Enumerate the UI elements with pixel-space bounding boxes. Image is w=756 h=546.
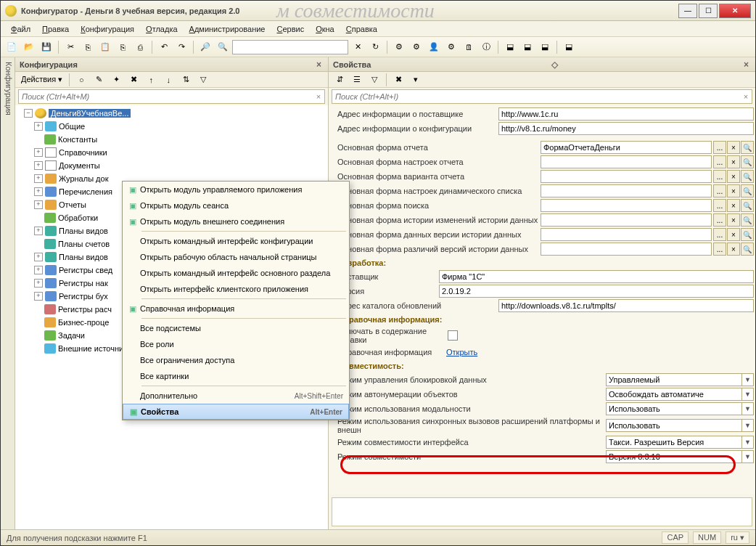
props-search-input[interactable] [332,92,740,101]
sort-icon[interactable]: ⇅ [178,72,194,88]
sort-alpha-icon[interactable]: ⇵ [332,72,348,88]
tree-item-6[interactable]: Отчеты [59,200,86,209]
main-dynlist-form-clear-button[interactable]: × [727,184,740,197]
status-lang[interactable]: ru ▾ [726,531,749,544]
delete-icon[interactable]: ✖ [126,72,141,88]
supplier-input[interactable]: Фирма "1С" [439,270,754,283]
ctx-item-1[interactable]: ▣Открыть модуль сеанса [123,197,349,213]
tree-expand-icon[interactable]: + [34,227,43,235]
main-dynlist-form-choose-button[interactable]: ... [713,184,726,197]
tree-item-5[interactable]: Перечисления [59,187,112,196]
main-histver-form-clear-button[interactable]: × [727,228,740,241]
tree-item-14[interactable]: Регистры расч [58,305,112,314]
main-variant-form-clear-button[interactable]: × [727,170,740,183]
copy2-icon[interactable]: ⎘ [115,39,131,55]
config-search[interactable]: × [18,89,325,104]
ctx-item-5[interactable]: Открыть рабочую область начальной страни… [123,249,349,265]
help-icon[interactable]: ⓘ [478,39,494,55]
help-open-link[interactable]: Открыть [446,348,477,356]
side-tab-config[interactable]: Конфигурация [1,57,15,529]
tree-item-7[interactable]: Обработки [58,213,98,222]
main-variant-form-open-button[interactable]: 🔍 [741,170,754,183]
wand-icon[interactable]: ✦ [108,72,124,88]
main-report-form-choose-button[interactable]: ... [713,141,726,154]
config-info-addr-input[interactable]: http://v8.1c.ru/money [498,122,754,135]
main-settings-form-input[interactable] [541,155,712,168]
props-pane-close-icon[interactable]: × [741,60,751,70]
filter-icon[interactable]: ▽ [195,72,211,88]
main-histchg-form-clear-button[interactable]: × [727,213,740,227]
props-pane-pin-icon[interactable]: ◇ [549,60,560,70]
ui-compat-combo[interactable]: Такси. Разрешить Версия▼ [606,436,754,449]
tree-collapse-icon[interactable]: − [24,109,33,118]
menu-сервис[interactable]: Сервис [272,23,308,35]
main-histdiff-form-input[interactable] [541,243,712,256]
undo-icon[interactable]: ↶ [156,39,172,55]
tree-expand-icon[interactable]: + [34,122,43,131]
main-report-form-open-button[interactable]: 🔍 [741,141,754,154]
main-dynlist-form-open-button[interactable]: 🔍 [741,184,754,197]
tree-expand-icon[interactable]: + [34,292,43,301]
save-icon[interactable]: 💾 [38,39,54,55]
redo-icon[interactable]: ↷ [173,39,189,55]
compat-dropdown-icon[interactable]: ▼ [741,451,753,463]
cut-icon[interactable]: ✂ [62,39,78,55]
ctx-item-13[interactable]: Все ограничения доступа [123,352,349,368]
ui-compat-dropdown-icon[interactable]: ▼ [741,436,753,448]
ctx-item-4[interactable]: Открыть командный интерфейс конфигурации [123,233,349,249]
main-histchg-form-input[interactable] [541,213,712,227]
ctx-item-16[interactable]: ДополнительноAlt+Shift+Enter [123,388,349,404]
tree-expand-icon[interactable]: + [34,187,43,196]
tree-item-12[interactable]: Регистры нак [59,279,108,288]
config-search-input[interactable] [19,92,313,101]
version-input[interactable]: 2.0.19.2 [439,285,754,298]
close-button[interactable]: ✕ [719,4,751,18]
tree-item-3[interactable]: Документы [59,161,100,170]
props-search[interactable]: × [332,89,752,104]
copy-icon[interactable]: ⎘ [80,39,96,55]
tree-expand-icon[interactable]: + [34,279,43,288]
db-icon[interactable]: ⬓ [502,39,518,55]
find-icon[interactable]: 🔎 [197,39,213,55]
menu-конфигурация[interactable]: Конфигурация [76,23,139,35]
edit-icon[interactable]: ✎ [91,72,107,88]
tree-item-11[interactable]: Регистры свед [59,266,112,274]
main-histdiff-form-clear-button[interactable]: × [727,243,740,256]
main-histdiff-form-choose-button[interactable]: ... [713,243,726,256]
main-settings-form-clear-button[interactable]: × [727,155,740,168]
modality-dropdown-icon[interactable]: ▼ [741,403,753,415]
lock-mode-dropdown-icon[interactable]: ▼ [741,374,753,386]
main-histchg-form-choose-button[interactable]: ... [713,213,726,227]
section-dev[interactable]: Разработка: [330,256,754,269]
main-search-form-choose-button[interactable]: ... [713,199,726,212]
tree-expand-icon[interactable]: + [34,148,43,157]
main-search-form-input[interactable] [541,199,712,212]
categorize-icon[interactable]: ☰ [349,72,365,88]
menu-отладка[interactable]: Отладка [141,23,182,35]
tree-item-15[interactable]: Бизнес-проце [58,318,109,327]
menu-администрирование[interactable]: Администрирование [185,23,270,35]
filter2-icon[interactable]: ▽ [366,72,382,88]
autonum-dropdown-icon[interactable]: ▼ [741,388,753,400]
new-file-icon[interactable]: 📄 [4,39,20,55]
zoom-icon[interactable]: 🔍 [215,39,231,55]
main-variant-form-input[interactable] [541,170,712,183]
menu-правка[interactable]: Правка [38,23,73,35]
tree-item-9[interactable]: Планы счетов [58,240,110,248]
main-settings-form-open-button[interactable]: 🔍 [741,155,754,168]
search-combo[interactable] [232,40,348,54]
down-icon[interactable]: ↓ [160,72,176,88]
tree-item-4[interactable]: Журналы док [59,174,108,183]
user-icon[interactable]: 👤 [426,39,442,55]
ctx-item-6[interactable]: Открыть командный интерфейс основного ра… [123,265,349,281]
main-search-form-clear-button[interactable]: × [727,199,740,212]
ctx-item-17[interactable]: ▣СвойстваAlt+Enter [123,404,349,420]
db2-icon[interactable]: ⬓ [519,39,535,55]
open-folder-icon[interactable]: 📂 [21,39,37,55]
tool-c-icon[interactable]: ⚙ [443,39,459,55]
db4-icon[interactable]: ⬓ [561,39,577,55]
clear2-icon[interactable]: ✖ [390,72,406,88]
main-histver-form-input[interactable] [541,228,712,241]
main-variant-form-choose-button[interactable]: ... [713,170,726,183]
sync-dropdown-icon[interactable]: ▼ [741,420,753,431]
